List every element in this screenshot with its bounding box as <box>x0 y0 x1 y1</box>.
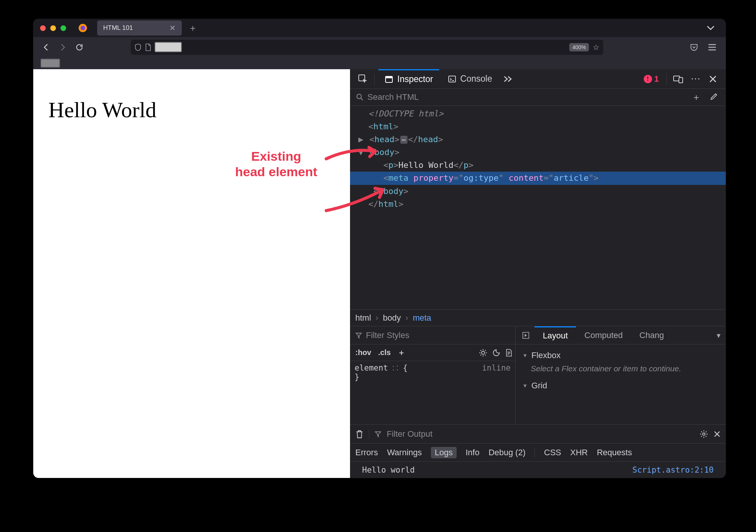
breadcrumb-item[interactable]: body <box>383 313 401 323</box>
close-window-button[interactable] <box>40 25 46 31</box>
grid-section-header[interactable]: ▼ Grid <box>522 378 719 393</box>
light-mode-icon[interactable] <box>479 349 487 357</box>
layout-subtab-changes[interactable]: Chang <box>631 326 672 344</box>
svg-line-15 <box>485 355 486 355</box>
console-message-row[interactable]: Hello world Script.astro:2:10 <box>350 461 726 478</box>
cls-toggle[interactable]: .cls <box>376 347 393 358</box>
bookmark-redacted[interactable] <box>41 59 60 67</box>
chevron-right-icon: › <box>376 313 378 323</box>
layout-subtab-layout[interactable]: Layout <box>534 326 576 344</box>
dom-node-meta-selected[interactable]: <meta property="og:type" content="articl… <box>350 172 726 185</box>
styles-rules[interactable]: element ⸬ { } inline <box>350 361 515 424</box>
minimize-window-button[interactable] <box>50 25 56 31</box>
inspector-icon <box>384 75 393 84</box>
console-toolbar: Filter Output <box>350 424 726 443</box>
reload-button[interactable] <box>73 40 86 54</box>
console-filter-row: Errors Warnings Logs Info Debug (2) CSS … <box>350 443 726 461</box>
breadcrumb: html › body › meta <box>350 309 726 326</box>
overflow-caret-icon[interactable]: ▾ <box>717 331 724 340</box>
filter-xhr[interactable]: XHR <box>570 448 588 458</box>
console-message-source[interactable]: Script.astro:2:10 <box>632 465 714 475</box>
console-filter-input[interactable]: Filter Output <box>387 429 432 439</box>
breadcrumb-item[interactable]: html <box>355 313 371 323</box>
flexbox-section-header[interactable]: ▼ Flexbox <box>522 348 719 363</box>
filter-info[interactable]: Info <box>466 448 480 458</box>
browser-window: HTML 101 ✕ ＋ 400% ☆ <box>33 19 726 478</box>
maximize-window-button[interactable] <box>60 25 66 31</box>
error-count-badge[interactable]: ! 1 <box>644 74 659 84</box>
chevron-right-icon: › <box>406 313 408 323</box>
element-picker-button[interactable] <box>355 71 370 87</box>
svg-point-8 <box>357 94 361 99</box>
dark-mode-icon[interactable] <box>490 349 503 357</box>
pocket-icon[interactable] <box>686 40 702 55</box>
back-button[interactable] <box>39 40 53 54</box>
svg-line-16 <box>485 350 486 351</box>
filter-requests[interactable]: Requests <box>597 448 632 458</box>
svg-point-9 <box>482 351 485 354</box>
page-heading: Hello World <box>48 97 335 123</box>
dom-tree[interactable]: <!DOCTYPE html> <html> ▶ <head>⋯</head> … <box>350 106 726 309</box>
responsive-mode-button[interactable] <box>671 71 686 87</box>
window-controls <box>40 25 66 31</box>
filter-css[interactable]: CSS <box>544 448 561 458</box>
hov-toggle[interactable]: :hov <box>353 347 373 358</box>
tabs-dropdown-button[interactable] <box>703 24 718 32</box>
zoom-badge[interactable]: 400% <box>569 43 589 51</box>
console-icon <box>448 74 457 84</box>
shield-icon <box>135 43 141 51</box>
firefox-logo-icon <box>78 23 87 33</box>
dom-node-p[interactable]: <p>Hello World</p> <box>350 159 726 172</box>
console-tab[interactable]: Console <box>442 69 498 88</box>
app-menu-button[interactable] <box>705 40 720 55</box>
html-search-input[interactable]: Search HTML <box>367 92 419 102</box>
more-tabs-button[interactable] <box>500 71 516 87</box>
devtools-toolbar: Inspector Console ! 1 <box>350 69 726 89</box>
svg-rect-5 <box>449 76 455 82</box>
url-bar[interactable]: 400% ☆ <box>131 40 603 55</box>
expand-pane-button[interactable] <box>517 326 534 344</box>
layout-tabs: Layout Computed Chang ▾ <box>516 326 726 344</box>
devtools-menu-button[interactable]: ⋯ <box>688 71 703 87</box>
console-message-text: Hello world <box>362 465 415 475</box>
forward-button[interactable] <box>56 40 70 54</box>
dom-node-html-close[interactable]: </html> <box>350 198 726 211</box>
filter-errors[interactable]: Errors <box>355 448 378 458</box>
browser-tab[interactable]: HTML 101 ✕ <box>97 20 182 36</box>
layout-subtab-computed[interactable]: Computed <box>576 326 631 344</box>
filter-warnings[interactable]: Warnings <box>387 448 422 458</box>
console-settings-button[interactable] <box>699 430 708 439</box>
close-devtools-button[interactable] <box>705 71 720 87</box>
dom-node-html[interactable]: <html> <box>350 120 726 133</box>
new-tab-button[interactable]: ＋ <box>186 22 199 34</box>
bookmark-star-icon[interactable]: ☆ <box>593 43 600 52</box>
breadcrumb-item-current[interactable]: meta <box>413 313 431 323</box>
clear-console-button[interactable] <box>355 430 364 439</box>
close-tab-button[interactable]: ✕ <box>167 23 178 33</box>
address-toolbar: 400% ☆ <box>33 37 726 57</box>
dom-node-body-close[interactable]: </body> <box>350 185 726 198</box>
devtools-lower-split: Filter Styles :hov .cls ＋ <box>350 326 726 424</box>
close-split-console-button[interactable] <box>714 431 720 437</box>
filter-logs[interactable]: Logs <box>431 447 457 458</box>
tab-title: HTML 101 <box>103 24 133 32</box>
eyedropper-button[interactable] <box>707 93 720 101</box>
svg-point-1 <box>81 26 85 30</box>
styles-filter-bar: Filter Styles <box>350 326 515 344</box>
flexbox-empty-hint: Select a Flex container or item to conti… <box>522 363 689 378</box>
devtools-panel: Inspector Console ! 1 <box>350 69 726 478</box>
styles-filter-input[interactable]: Filter Styles <box>366 330 409 340</box>
inspector-tab[interactable]: Inspector <box>378 69 439 88</box>
dom-node-head[interactable]: ▶ <head>⋯</head> <box>350 133 726 146</box>
dom-node-body-open[interactable]: ▼ <body> <box>350 146 726 159</box>
print-media-icon[interactable] <box>505 349 512 357</box>
add-node-button[interactable]: ＋ <box>689 91 703 103</box>
add-rule-button[interactable]: ＋ <box>395 347 407 358</box>
dom-node-doctype[interactable]: <!DOCTYPE html> <box>350 107 726 120</box>
filter-debug[interactable]: Debug (2) <box>488 448 525 458</box>
annotation-label: Existing head element <box>235 149 317 180</box>
content-area: Hello World Existing head element <box>33 69 726 478</box>
triangle-down-icon: ▼ <box>522 352 528 358</box>
svg-rect-7 <box>679 78 683 83</box>
triangle-down-icon: ▼ <box>522 383 528 389</box>
